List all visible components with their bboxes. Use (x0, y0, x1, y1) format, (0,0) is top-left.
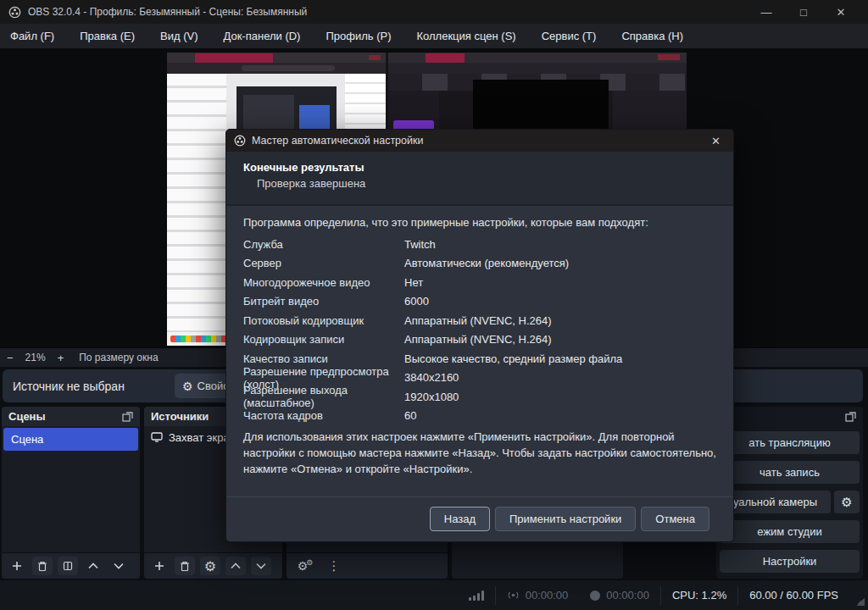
chevron-down-icon (114, 563, 124, 569)
zoom-level: 21% (20, 352, 51, 363)
fit-mode-label: По размеру окна (79, 352, 158, 363)
zoom-out-button[interactable]: − (0, 352, 20, 364)
close-button[interactable]: ✕ (822, 0, 860, 24)
source-down-button[interactable] (251, 557, 271, 575)
fit-mode-dropdown[interactable]: По размеру окна ▾ (79, 352, 248, 363)
setting-value: Twitch (404, 238, 436, 251)
cancel-button[interactable]: Отмена (641, 507, 709, 531)
setting-label: Потоковый кодировщик (243, 314, 404, 327)
setting-label: Сервер (243, 257, 404, 269)
menu-scene-collection[interactable]: Коллекция сцен (S) (410, 25, 523, 47)
minimize-button[interactable]: — (748, 0, 785, 24)
trash-icon (37, 561, 47, 572)
scene-item-selected[interactable]: Сцена (3, 428, 138, 451)
setting-value: 1920x1080 (404, 391, 459, 403)
gear-icon: ⚙ (182, 380, 193, 393)
display-capture-icon (151, 432, 163, 442)
menu-view[interactable]: Вид (V) (153, 25, 204, 47)
dialog-header-band: Конечные результаты Проверка завершена (226, 152, 733, 206)
virtual-camera-settings-button[interactable]: ⚙ (834, 491, 860, 513)
settings-row: Частота кадров60 (243, 407, 718, 426)
chevron-up-icon (231, 563, 241, 569)
setting-label: Качество записи (243, 352, 404, 365)
chevron-up-icon (88, 563, 98, 569)
advanced-audio-button[interactable]: ⚙ ⚙ (292, 557, 319, 575)
scenes-panel-title: Сцены (8, 410, 46, 423)
remove-source-button[interactable] (175, 557, 195, 575)
stream-status-icon (507, 590, 520, 601)
controls-panel-header (716, 407, 863, 426)
scenes-panel-header: Сцены (2, 407, 140, 426)
gear-small-icon: ⚙ (306, 558, 313, 567)
captured-window-controls (369, 55, 381, 60)
captured-taskbar-icons (170, 336, 230, 342)
scenes-panel: Сцены Сцена (2, 407, 140, 579)
dialog-heading: Конечные результаты (243, 161, 364, 174)
start-recording-button[interactable]: чать запись (720, 461, 860, 484)
setting-value: Автоматически (рекомендуется) (404, 257, 569, 269)
plus-icon (12, 561, 22, 571)
trash-icon (180, 561, 190, 572)
back-button[interactable]: Назад (430, 507, 490, 531)
zoom-in-button[interactable]: + (51, 352, 71, 364)
setting-label: Битрейт видео (243, 295, 404, 308)
settings-row: Битрейт видео6000 (243, 292, 718, 312)
setting-label: Разрешение выхода (масштабное) (243, 384, 404, 409)
audio-mixer-toolbar: ⚙ ⚙ ⋮ (287, 552, 448, 579)
dock-popout-icon[interactable] (845, 411, 856, 422)
auto-config-wizard-dialog: Мастер автоматической настройки ✕ Конечн… (225, 129, 734, 542)
scene-down-button[interactable] (108, 557, 129, 575)
source-properties-button[interactable]: ⚙ (200, 557, 220, 575)
settings-row: Кодировщик записиАппаратный (NVENC, H.26… (243, 330, 718, 350)
obs-logo-icon (234, 135, 246, 147)
settings-row: СерверАвтоматически (рекомендуется) (243, 254, 718, 274)
dialog-title: Мастер автоматической настройки (252, 135, 423, 147)
filters-icon (63, 561, 73, 571)
record-status-icon (590, 591, 600, 601)
virtual-camera-button[interactable]: уальной камеры (720, 491, 831, 513)
controls-panel: ать трансляцию чать запись уальной камер… (716, 407, 863, 579)
menu-docks[interactable]: Док-панели (D) (217, 25, 308, 47)
connection-signal-icon (469, 591, 484, 601)
menu-tools[interactable]: Сервис (T) (535, 25, 604, 47)
captured-active-tab (195, 53, 273, 63)
menu-edit[interactable]: Правка (E) (73, 25, 142, 47)
kebab-menu-icon: ⋮ (328, 558, 341, 574)
scenes-list: Сцена (2, 426, 140, 552)
studio-mode-button[interactable]: ежим студии (720, 520, 860, 543)
add-scene-button[interactable] (7, 557, 27, 575)
settings-row: СлужбаTwitch (243, 235, 718, 254)
remove-scene-button[interactable] (32, 557, 53, 575)
maximize-button[interactable]: □ (785, 0, 822, 24)
start-streaming-button[interactable]: ать трансляцию (720, 431, 860, 454)
setting-label: Многодорожечное видео (243, 276, 404, 289)
settings-row: Потоковый кодировщикАппаратный (NVENC, H… (243, 311, 718, 330)
apply-settings-button[interactable]: Применить настройки (495, 507, 636, 531)
no-source-message: Источник не выбран (3, 380, 125, 393)
menu-bar: Файл (F) Правка (E) Вид (V) Док-панели (… (0, 24, 868, 48)
resize-grip[interactable] (856, 597, 865, 606)
chevron-down-icon (256, 563, 266, 569)
settings-row: Многодорожечное видеоНет (243, 273, 718, 292)
dialog-subheading: Проверка завершена (257, 177, 365, 190)
scene-up-button[interactable] (83, 557, 103, 575)
fps-indicator: 60.00 / 60.00 FPS (749, 589, 838, 602)
dialog-close-button[interactable]: ✕ (706, 135, 726, 147)
dock-popout-icon[interactable] (122, 411, 133, 422)
source-up-button[interactable] (225, 557, 246, 575)
obs-window: OBS 32.0.4 - Профиль: Безымянный - Сцены… (0, 0, 868, 610)
setting-value: 3840x2160 (404, 371, 459, 384)
mixer-menu-button[interactable]: ⋮ (324, 557, 344, 575)
setting-value: Нет (404, 276, 423, 289)
menu-file[interactable]: Файл (F) (3, 25, 61, 47)
sources-toolbar: ⚙ (144, 552, 282, 579)
setting-value: Высокое качество, средний размер файла (404, 352, 622, 365)
add-source-button[interactable] (149, 557, 170, 575)
settings-button[interactable]: Настройки (720, 550, 860, 573)
dialog-buttons: Назад Применить настройки Отмена (430, 507, 709, 531)
menu-help[interactable]: Справка (H) (615, 25, 690, 47)
scene-filters-button[interactable] (58, 557, 78, 575)
captured-urlbar (388, 63, 687, 74)
menu-profile[interactable]: Профиль (P) (319, 25, 398, 47)
captured-sidebar (167, 74, 226, 332)
